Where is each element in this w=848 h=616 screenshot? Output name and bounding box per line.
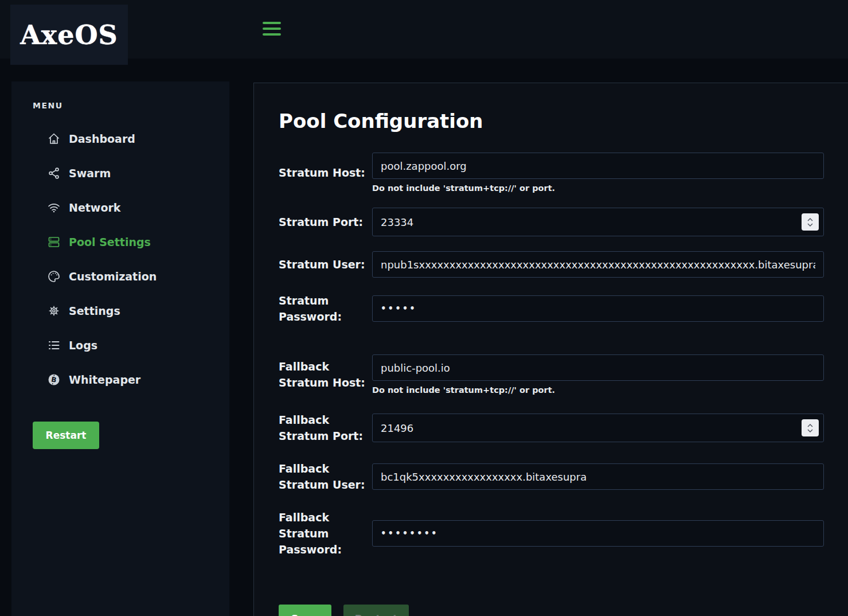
stratum-host-label: Stratum Host: — [279, 165, 372, 181]
fallback-stratum-user-row: Fallback Stratum User: — [279, 461, 824, 493]
fallback-stratum-port-row: Fallback Stratum Port: — [279, 412, 824, 444]
sidebar-nav: Dashboard Swarm Network — [11, 122, 229, 397]
sidebar-item-label: Dashboard — [69, 132, 135, 145]
stratum-port-input[interactable] — [372, 208, 824, 236]
fallback-stratum-host-row: Fallback Stratum Host: Do not include 's… — [279, 354, 824, 395]
chevron-up-icon — [807, 424, 813, 427]
sidebar-item-swarm[interactable]: Swarm — [11, 156, 229, 190]
save-button[interactable]: Save — [279, 605, 331, 616]
sidebar-item-logs[interactable]: Logs — [11, 328, 229, 362]
sidebar-item-label: Customization — [69, 270, 157, 283]
stratum-port-row: Stratum Port: — [279, 208, 824, 236]
stratum-password-label: Stratum Password: — [279, 293, 372, 325]
gear-icon — [47, 304, 61, 318]
sidebar-item-label: Pool Settings — [69, 236, 151, 248]
fallback-stratum-password-input[interactable] — [372, 520, 824, 547]
list-icon — [47, 338, 61, 352]
hamburger-bar — [263, 33, 281, 36]
fallback-stratum-port-spinner[interactable] — [802, 419, 819, 436]
sidebar-item-settings[interactable]: Settings — [11, 294, 229, 328]
page-title: Pool Configuration — [279, 110, 848, 132]
chevron-down-icon — [807, 429, 813, 432]
stratum-password-row: Stratum Password: — [279, 293, 824, 325]
chevron-down-icon — [807, 223, 813, 227]
sidebar-item-whitepaper[interactable]: B Whitepaper — [11, 362, 229, 397]
fallback-stratum-host-input[interactable] — [372, 354, 824, 381]
hamburger-bar — [263, 22, 281, 24]
fallback-stratum-user-input[interactable] — [372, 463, 824, 490]
fallback-stratum-port-input[interactable] — [372, 414, 824, 442]
fallback-stratum-password-row: Fallback Stratum Password: — [279, 509, 824, 557]
home-icon — [47, 132, 61, 146]
hamburger-bar — [263, 28, 281, 30]
hamburger-icon[interactable] — [263, 22, 281, 37]
sidebar-item-label: Logs — [69, 339, 97, 352]
stratum-host-hint: Do not include 'stratum+tcp://' or port. — [372, 184, 824, 193]
form-actions: Save Restart — [279, 605, 824, 616]
fallback-stratum-port-label: Fallback Stratum Port: — [279, 412, 372, 444]
fallback-stratum-password-label: Fallback Stratum Password: — [279, 509, 372, 557]
bitcoin-icon: B — [47, 373, 61, 387]
stratum-user-label: Stratum User: — [279, 256, 372, 272]
stratum-host-input[interactable] — [372, 153, 824, 179]
stratum-user-row: Stratum User: — [279, 251, 824, 278]
main-panel: Pool Configuration Stratum Host: Do not … — [253, 83, 848, 616]
stratum-user-input[interactable] — [372, 251, 824, 278]
stratum-port-spinner[interactable] — [802, 213, 819, 231]
stratum-port-label: Stratum Port: — [279, 214, 372, 230]
chevron-up-icon — [807, 218, 813, 221]
wifi-icon — [47, 201, 61, 215]
logo-text: AxeOS — [20, 20, 118, 50]
stratum-host-row: Stratum Host: Do not include 'stratum+tc… — [279, 153, 824, 193]
sidebar-item-dashboard[interactable]: Dashboard — [11, 122, 229, 156]
sidebar-item-network[interactable]: Network — [11, 190, 229, 225]
sidebar-item-label: Whitepaper — [69, 373, 140, 386]
restart-button[interactable]: Restart — [343, 605, 409, 616]
sidebar-item-customization[interactable]: Customization — [11, 259, 229, 294]
stratum-password-input[interactable] — [372, 295, 824, 322]
fallback-stratum-host-hint: Do not include 'stratum+tcp://' or port. — [372, 385, 824, 395]
fallback-stratum-user-label: Fallback Stratum User: — [279, 461, 372, 493]
logo: AxeOS — [10, 5, 128, 65]
sidebar-item-label: Swarm — [69, 167, 111, 180]
fallback-stratum-host-label: Fallback Stratum Host: — [279, 358, 372, 391]
sidebar-item-label: Network — [69, 201, 120, 214]
pool-config-form: Stratum Host: Do not include 'stratum+tc… — [279, 153, 824, 616]
share-icon — [47, 166, 61, 180]
sidebar-item-label: Settings — [69, 305, 120, 317]
sidebar-item-pool-settings[interactable]: Pool Settings — [11, 225, 229, 259]
palette-icon — [47, 270, 61, 283]
sidebar: MENU Dashboard Swarm — [11, 81, 229, 616]
menu-section-label: MENU — [33, 101, 229, 110]
server-icon — [47, 235, 61, 249]
sidebar-restart-button[interactable]: Restart — [33, 422, 99, 449]
